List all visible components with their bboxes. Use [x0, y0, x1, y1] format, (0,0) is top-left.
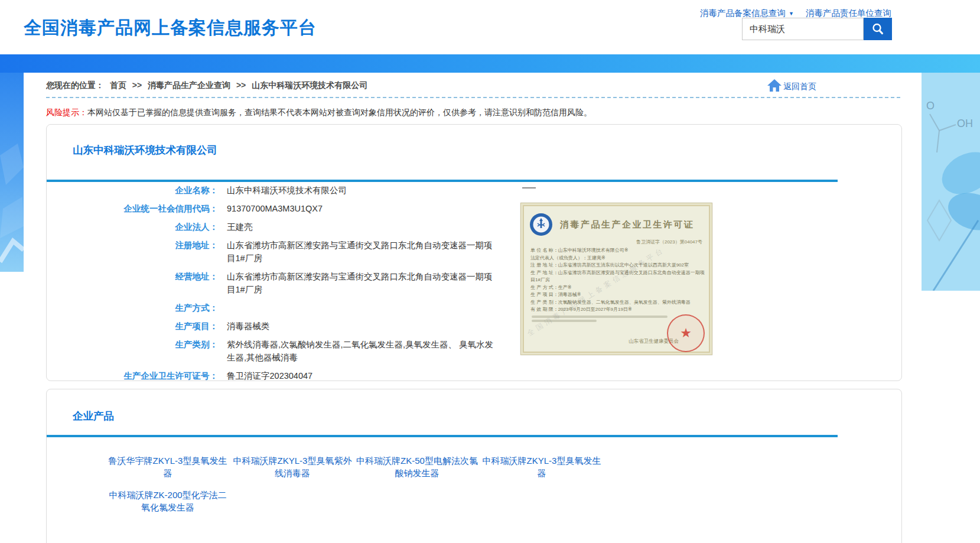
certificate-header: 消毒产品生产企业卫生许可证: [529, 213, 705, 236]
certificate-seal-icon: ★: [667, 314, 705, 352]
product-link[interactable]: 中科瑞沃牌ZKYL-3型臭氧紫外线消毒器: [230, 454, 354, 479]
risk-notice-label: 风险提示：: [46, 108, 87, 117]
certificate-row: 生 产 方 式：生产※: [530, 284, 705, 292]
search-bar: [742, 18, 892, 40]
field-value: 鲁卫消证字202304047: [227, 369, 312, 382]
field-label: 生产类别：: [47, 338, 218, 364]
certificate-row: 单 位 名 称：山东中科瑞沃环境技术有限公司※: [530, 247, 705, 255]
field-row-credit-code: 企业统一社会信用代码： 91370700MA3M3U1QX7: [47, 202, 555, 215]
left-background-decoration: [0, 73, 24, 272]
header-divider-bar: [0, 54, 980, 73]
product-link[interactable]: 中科瑞沃牌ZK-50型电解法次氯酸钠发生器: [355, 454, 479, 479]
breadcrumb-separator: >>: [132, 80, 142, 90]
field-row-legal-person: 企业法人： 王建亮: [47, 220, 555, 233]
field-value: 山东中科瑞沃环境技术有限公司: [227, 184, 347, 197]
breadcrumb: 您现在的位置： 首页 >> 消毒产品生产企业查询 >> 山东中科瑞沃环境技术有限…: [46, 80, 371, 91]
risk-notice-text: 本网站仅基于已掌握的信息提供查询服务，查询结果不代表本网站对被查询对象信用状况的…: [87, 108, 592, 117]
field-row-production-mode: 生产方式：: [47, 301, 555, 314]
field-value: 山东省潍坊市高新区潍安路与宝通街交叉路口东北角自动变速器一期项目1#厂房: [227, 270, 500, 296]
field-row-company-name: 企业名称： 山东中科瑞沃环境技术有限公司: [47, 184, 555, 197]
field-value: 紫外线消毒器,次氯酸钠发生器,二氧化氯发生器,臭氧发生器、 臭氧水发生器,其他器…: [227, 338, 500, 364]
search-input[interactable]: [742, 18, 864, 40]
field-label: 生产企业卫生许可证号：: [47, 369, 218, 382]
field-row-business-address: 经营地址： 山东省潍坊市高新区潍安路与宝通街交叉路口东北角自动变速器一期项目1#…: [47, 270, 555, 296]
breadcrumb-prefix: 您现在的位置：: [46, 80, 104, 90]
product-link[interactable]: 中科瑞沃牌ZKYL-3型臭氧发生器: [480, 454, 604, 479]
site-title: 全国消毒产品网上备案信息服务平台: [24, 16, 317, 40]
content-area: 您现在的位置： 首页 >> 消毒产品生产企业查询 >> 山东中科瑞沃环境技术有限…: [24, 73, 922, 543]
field-row-production-project: 生产项目： 消毒器械类: [47, 320, 555, 333]
breadcrumb-current: 山东中科瑞沃环境技术有限公司: [252, 80, 367, 90]
field-label: 注册地址：: [47, 239, 218, 265]
field-value: 山东省潍坊市高新区潍安路与宝通街交叉路口东北角自动变速器一期项目1#厂房: [227, 239, 500, 265]
home-icon: [767, 78, 782, 92]
field-label: 经营地址：: [47, 270, 218, 296]
field-row-production-category: 生产类别： 紫外线消毒器,次氯酸钠发生器,二氧化氯发生器,臭氧发生器、 臭氧水发…: [47, 338, 555, 364]
field-label: 企业名称：: [47, 184, 218, 197]
section-rule: [47, 435, 838, 437]
risk-notice: 风险提示：本网站仅基于已掌握的信息提供查询服务，查询结果不代表本网站对被查询对象…: [46, 108, 592, 118]
svg-text:OH: OH: [957, 118, 973, 129]
field-label: 生产项目：: [47, 320, 218, 333]
breadcrumb-separator: >>: [236, 80, 246, 90]
field-label: 生产方式：: [47, 301, 218, 314]
field-row-license-number: 生产企业卫生许可证号： 鲁卫消证字202304047: [47, 369, 555, 382]
field-row-registered-address: 注册地址： 山东省潍坊市高新区潍安路与宝通街交叉路口东北角自动变速器一期项目1#…: [47, 239, 555, 265]
back-home-link[interactable]: 返回首页: [767, 78, 816, 92]
svg-text:O: O: [926, 100, 935, 112]
breadcrumb-home-link[interactable]: 首页: [110, 80, 126, 90]
section-rule: [47, 180, 838, 182]
product-link[interactable]: 中科瑞沃牌ZK-200型化学法二氧化氯发生器: [106, 489, 230, 513]
products-title: 企业产品: [73, 409, 114, 423]
right-background-decoration: O OH: [922, 73, 980, 291]
product-link[interactable]: 鲁沃华宇牌ZKYL-3型臭氧发生器: [106, 454, 230, 479]
certificate-row: 生 产 项 目：消毒器械※: [530, 291, 705, 299]
search-button[interactable]: [864, 18, 892, 40]
certificate-title: 消毒产品生产企业卫生许可证: [560, 219, 695, 230]
field-label: 企业统一社会信用代码：: [47, 202, 218, 215]
page: 全国消毒产品网上备案信息服务平台 消毒产品备案信息查询 ▼ 消毒产品责任单位查询: [0, 0, 980, 543]
divider-dash: [522, 187, 536, 188]
certificate-row: 法定代表人（或负责人）：王建亮※: [530, 255, 705, 262]
products-list: 鲁沃华宇牌ZKYL-3型臭氧发生器 中科瑞沃牌ZKYL-3型臭氧紫外线消毒器 中…: [106, 454, 637, 513]
certificate-image: 全国消毒产品网上备案信息服务平台 消毒产品生产企业卫生许可证: [520, 203, 712, 355]
certificate-row: 注 册 地 址：山东省潍坊高新区玉清东街以北中心次干道以西高新大厦902室: [530, 262, 705, 269]
field-value: 消毒器械类: [227, 320, 270, 333]
certificate-row: 生 产 类 别：次氯酸钠发生器、二氧化氯发生器、臭氧发生器、紫外线消毒器: [530, 299, 705, 307]
dashed-divider: [46, 97, 900, 98]
search-icon: [871, 22, 885, 36]
field-label: 企业法人：: [47, 220, 218, 233]
field-value: 91370700MA3M3U1QX7: [227, 202, 323, 215]
field-value: 王建亮: [227, 220, 253, 233]
breadcrumb-company-query-link[interactable]: 消毒产品生产企业查询: [148, 80, 230, 90]
products-card: 企业产品 鲁沃华宇牌ZKYL-3型臭氧发生器 中科瑞沃牌ZKYL-3型臭氧紫外线…: [46, 389, 902, 543]
chevron-down-icon: ▼: [789, 11, 794, 17]
company-title: 山东中科瑞沃环境技术有限公司: [73, 143, 217, 157]
back-home-label: 返回首页: [783, 82, 816, 92]
company-fields: 企业名称： 山东中科瑞沃环境技术有限公司 企业统一社会信用代码： 9137070…: [47, 184, 555, 406]
certificate-emblem-icon: [529, 213, 553, 236]
company-card: 山东中科瑞沃环境技术有限公司 企业名称： 山东中科瑞沃环境技术有限公司 企业统一…: [46, 124, 902, 381]
